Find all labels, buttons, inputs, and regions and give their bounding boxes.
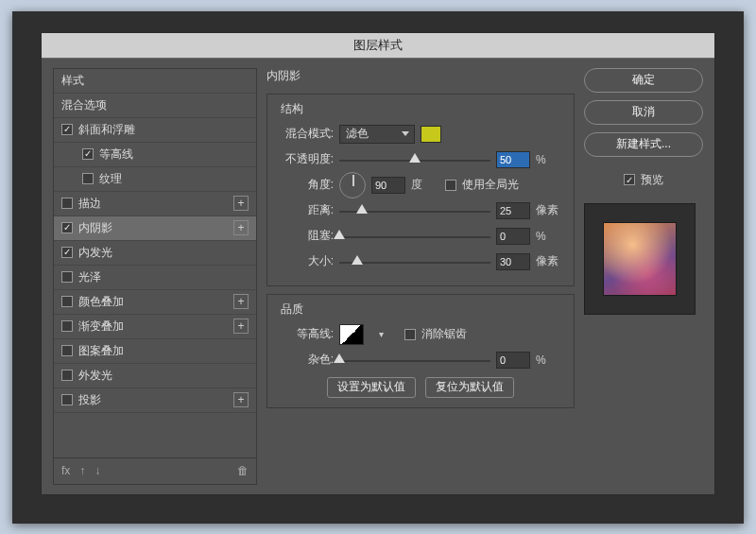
sidebar-item[interactable]: 投影+ <box>54 388 256 413</box>
global-light-checkbox[interactable] <box>445 180 456 191</box>
ok-button[interactable]: 确定 <box>584 68 703 93</box>
sidebar-item[interactable]: 等高线 <box>54 143 256 167</box>
angle-input[interactable] <box>371 177 405 194</box>
arrow-up-icon[interactable]: ↑ <box>79 464 85 477</box>
noise-label: 杂色: <box>277 352 334 368</box>
sidebar-item-label: 等高线 <box>99 146 133 163</box>
angle-dial[interactable] <box>339 172 366 198</box>
chevron-down-icon[interactable]: ▾ <box>379 329 384 339</box>
contour-swatch[interactable] <box>339 324 364 345</box>
effect-checkbox[interactable] <box>82 148 94 160</box>
preview-box <box>584 203 696 315</box>
cancel-button[interactable]: 取消 <box>584 100 703 125</box>
sidebar-header-options[interactable]: 混合选项 <box>54 94 256 118</box>
opacity-input[interactable] <box>496 151 530 168</box>
blend-mode-dropdown[interactable]: 滤色 <box>339 125 415 144</box>
opacity-label: 不透明度: <box>277 151 334 167</box>
choke-unit: % <box>536 230 564 243</box>
sidebar-item[interactable]: 描边+ <box>54 192 256 216</box>
sidebar-item-label: 内阴影 <box>78 220 112 236</box>
sidebar-item-label: 颜色叠加 <box>78 294 124 310</box>
new-style-button[interactable]: 新建样式... <box>584 132 703 157</box>
add-effect-icon[interactable]: + <box>233 294 249 309</box>
sidebar-item-label: 投影 <box>78 392 101 408</box>
blend-mode-label: 混合模式: <box>277 126 334 142</box>
effect-checkbox[interactable] <box>61 370 73 381</box>
add-effect-icon[interactable]: + <box>233 220 249 235</box>
sidebar-item[interactable]: 外发光 <box>54 364 256 388</box>
trash-icon[interactable]: 🗑 <box>237 464 249 477</box>
noise-slider[interactable] <box>339 352 490 369</box>
structure-legend: 结构 <box>277 101 307 117</box>
structure-fieldset: 结构 混合模式: 滤色 不透明度: % 角度: <box>266 94 575 286</box>
sidebar-item[interactable]: 内阴影+ <box>54 216 256 241</box>
angle-label: 角度: <box>277 177 334 193</box>
size-slider[interactable] <box>339 253 490 270</box>
antialias-label: 消除锯齿 <box>421 326 467 342</box>
antialias-checkbox[interactable] <box>404 329 416 340</box>
noise-input[interactable] <box>496 352 530 369</box>
angle-unit: 度 <box>411 177 439 193</box>
effect-checkbox[interactable] <box>61 247 73 258</box>
sidebar-item[interactable]: 颜色叠加+ <box>54 290 256 315</box>
noise-unit: % <box>536 353 564 367</box>
effect-checkbox[interactable] <box>61 345 73 356</box>
sidebar-item-label: 内发光 <box>78 245 112 261</box>
sidebar-header-styles[interactable]: 样式 <box>54 69 256 94</box>
distance-input[interactable] <box>496 202 530 219</box>
sidebar-item[interactable]: 纹理 <box>54 167 256 192</box>
arrow-down-icon[interactable]: ↓ <box>94 464 100 477</box>
default-buttons-row: 设置为默认值 复位为默认值 <box>277 377 564 398</box>
reset-default-button[interactable]: 复位为默认值 <box>425 377 514 398</box>
effect-checkbox[interactable] <box>61 394 73 405</box>
quality-legend: 品质 <box>277 301 307 318</box>
choke-label: 阻塞: <box>277 228 334 244</box>
dialog-right-panel: 确定 取消 新建样式... ✓ 预览 <box>584 68 703 485</box>
blend-mode-value: 滤色 <box>346 126 369 142</box>
make-default-button[interactable]: 设置为默认值 <box>327 377 416 398</box>
dialog-body: 样式 混合选项 斜面和浮雕等高线纹理描边+内阴影+内发光光泽颜色叠加+渐变叠加+… <box>42 59 714 494</box>
opacity-slider[interactable] <box>339 151 490 168</box>
effect-checkbox[interactable] <box>61 296 73 307</box>
preview-image <box>603 222 677 296</box>
sidebar-item[interactable]: 光泽 <box>54 266 256 290</box>
sidebar-item-label: 外发光 <box>78 368 112 384</box>
distance-row: 距离: 像素 <box>277 199 564 222</box>
preview-toggle[interactable]: ✓ 预览 <box>584 172 703 188</box>
sidebar-item[interactable]: 图案叠加 <box>54 339 256 364</box>
sidebar-item[interactable]: 斜面和浮雕 <box>54 118 256 143</box>
effect-settings-panel: 内阴影 结构 混合模式: 滤色 不透明度: % <box>266 68 575 485</box>
effect-checkbox[interactable] <box>61 320 73 332</box>
noise-row: 杂色: % <box>277 349 564 371</box>
effect-checkbox[interactable] <box>61 222 73 233</box>
sidebar-item[interactable]: 内发光 <box>54 241 256 266</box>
quality-fieldset: 品质 等高线: ▾ 消除锯齿 杂色: % <box>266 294 575 408</box>
distance-slider[interactable] <box>339 202 490 219</box>
sidebar-item-label: 图案叠加 <box>78 343 124 359</box>
color-swatch[interactable] <box>421 126 441 143</box>
choke-row: 阻塞: % <box>277 225 564 248</box>
preview-label: 预览 <box>641 172 663 188</box>
styles-sidebar: 样式 混合选项 斜面和浮雕等高线纹理描边+内阴影+内发光光泽颜色叠加+渐变叠加+… <box>53 68 257 485</box>
sidebar-item[interactable]: 渐变叠加+ <box>54 315 256 339</box>
add-effect-icon[interactable]: + <box>233 196 249 211</box>
sidebar-item-label: 纹理 <box>99 171 122 187</box>
add-effect-icon[interactable]: + <box>233 319 249 334</box>
effect-checkbox[interactable] <box>61 198 73 209</box>
effect-checkbox[interactable] <box>61 271 73 283</box>
choke-slider[interactable] <box>339 228 490 245</box>
global-light-label: 使用全局光 <box>462 177 519 193</box>
add-effect-icon[interactable]: + <box>233 392 249 407</box>
size-input[interactable] <box>496 253 530 270</box>
distance-label: 距离: <box>277 202 334 218</box>
effect-checkbox[interactable] <box>61 124 73 135</box>
effect-checkbox[interactable] <box>82 173 94 184</box>
angle-row: 角度: 度 使用全局光 <box>277 174 564 197</box>
sidebar-item-label: 光泽 <box>78 269 101 285</box>
preview-checkbox[interactable]: ✓ <box>624 174 635 185</box>
dialog-title: 图层样式 <box>42 33 714 59</box>
choke-input[interactable] <box>496 228 530 245</box>
fx-icon[interactable]: fx <box>61 464 70 477</box>
contour-label: 等高线: <box>277 326 334 342</box>
sidebar-item-label: 斜面和浮雕 <box>78 122 135 138</box>
